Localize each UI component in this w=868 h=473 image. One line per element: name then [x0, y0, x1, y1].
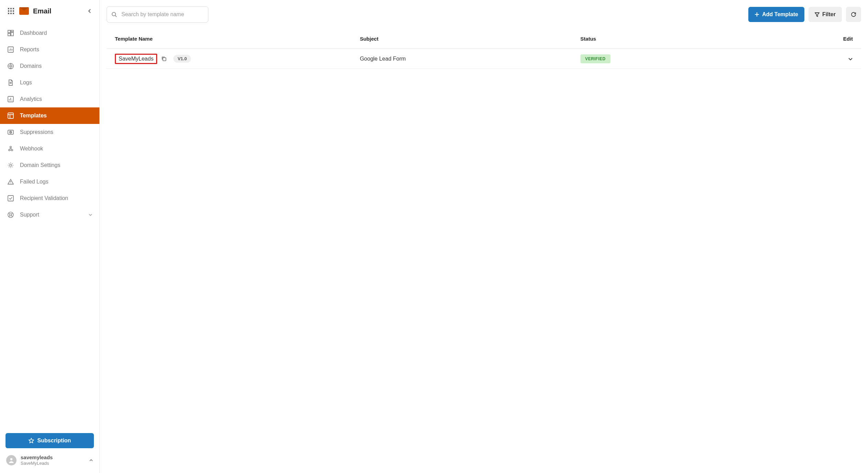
svg-rect-9 [8, 30, 10, 33]
col-template-name: Template Name [115, 36, 360, 42]
sidebar-item-logs[interactable]: Logs [0, 74, 99, 91]
reports-icon [7, 46, 14, 53]
filter-icon [815, 12, 820, 17]
dashboard-icon [7, 29, 14, 37]
suppressions-icon [7, 128, 14, 136]
sidebar-item-label: Analytics [20, 96, 42, 102]
account-name: savemyleads [21, 454, 53, 461]
toolbar: Add Template Filter [107, 6, 861, 23]
main-content: Add Template Filter Template Name Subjec… [100, 0, 868, 473]
add-template-label: Add Template [762, 11, 798, 18]
svg-rect-11 [11, 32, 13, 36]
avatar-icon [6, 455, 17, 465]
svg-rect-10 [11, 30, 13, 32]
subscription-label: Subscription [37, 438, 71, 444]
refresh-button[interactable] [846, 7, 861, 22]
table-header: Template Name Subject Status Edit [107, 29, 861, 49]
sidebar-item-analytics[interactable]: Analytics [0, 91, 99, 107]
sidebar-item-label: Webhook [20, 146, 43, 152]
sidebar-footer: Subscription savemyleads SaveMyLeads [0, 428, 99, 473]
svg-rect-0 [8, 8, 9, 9]
svg-rect-5 [13, 10, 14, 12]
svg-rect-7 [10, 13, 12, 14]
email-brand-icon [19, 7, 29, 15]
brand-label: Email [33, 7, 51, 15]
templates-table: Template Name Subject Status Edit SaveMy… [107, 29, 861, 69]
sidebar-item-suppressions[interactable]: Suppressions [0, 124, 99, 140]
support-icon [7, 211, 14, 219]
template-subject: Google Lead Form [360, 56, 580, 62]
template-version: V1.0 [173, 55, 191, 63]
svg-rect-12 [8, 33, 10, 36]
webhook-icon [7, 145, 14, 153]
settings-icon [7, 161, 14, 169]
svg-rect-8 [13, 13, 14, 14]
sidebar-item-webhook[interactable]: Webhook [0, 140, 99, 157]
filter-button[interactable]: Filter [809, 7, 842, 22]
logs-icon [7, 79, 14, 86]
svg-rect-4 [10, 10, 12, 12]
expand-row-icon[interactable] [848, 56, 853, 61]
table-row[interactable]: SaveMyLeads V1.0 Google Lead Form VERIFI… [107, 49, 861, 69]
domains-icon [7, 62, 14, 70]
svg-rect-28 [163, 58, 166, 61]
templates-icon [7, 112, 14, 119]
sidebar-nav: Dashboard Reports Domains Logs Analytics… [0, 22, 99, 428]
template-name: SaveMyLeads [115, 54, 157, 64]
sidebar-item-label: Reports [20, 46, 39, 53]
add-template-button[interactable]: Add Template [748, 7, 804, 22]
col-subject: Subject [360, 36, 580, 42]
svg-rect-2 [13, 8, 14, 9]
sidebar-item-label: Templates [20, 113, 47, 119]
sidebar-item-label: Recipient Validation [20, 195, 68, 201]
apps-grid-icon[interactable] [6, 6, 17, 17]
sidebar-item-reports[interactable]: Reports [0, 41, 99, 58]
svg-point-24 [8, 212, 13, 218]
col-edit: Edit [825, 36, 853, 42]
sidebar-item-dashboard[interactable]: Dashboard [0, 25, 99, 41]
sidebar-item-label: Failed Logs [20, 179, 48, 185]
sidebar-item-label: Support [20, 212, 39, 218]
sidebar-item-domains[interactable]: Domains [0, 58, 99, 74]
account-text: savemyleads SaveMyLeads [21, 454, 53, 466]
refresh-icon [851, 12, 856, 17]
filter-label: Filter [822, 11, 836, 18]
sidebar-item-label: Domains [20, 63, 42, 69]
svg-point-19 [9, 149, 10, 151]
collapse-sidebar-icon[interactable] [86, 7, 94, 15]
svg-point-20 [11, 149, 13, 151]
sidebar-header: Email [0, 0, 99, 22]
sidebar-item-recipient-validation[interactable]: Recipient Validation [0, 190, 99, 207]
chevron-down-icon [88, 213, 93, 217]
sidebar-item-label: Logs [20, 80, 32, 86]
svg-point-25 [10, 214, 12, 216]
svg-rect-16 [8, 113, 13, 118]
account-menu[interactable]: savemyleads SaveMyLeads [6, 453, 94, 467]
search-input[interactable] [107, 6, 208, 23]
status-badge: VERIFIED [581, 54, 610, 63]
analytics-icon [7, 95, 14, 103]
col-status: Status [581, 36, 825, 42]
sidebar-item-domain-settings[interactable]: Domain Settings [0, 157, 99, 174]
subscription-button[interactable]: Subscription [6, 433, 94, 448]
sidebar-item-templates[interactable]: Templates [0, 107, 99, 124]
chevron-up-icon [89, 458, 93, 462]
plus-icon [755, 12, 759, 17]
svg-point-26 [10, 458, 12, 460]
sidebar-item-label: Suppressions [20, 129, 53, 135]
sidebar-item-support[interactable]: Support [0, 207, 99, 223]
sidebar-item-label: Domain Settings [20, 162, 60, 168]
svg-point-22 [10, 164, 12, 166]
svg-point-27 [112, 12, 116, 16]
template-name-cell: SaveMyLeads V1.0 [115, 54, 360, 64]
copy-icon[interactable] [161, 56, 166, 61]
svg-point-21 [10, 146, 11, 148]
failed-logs-icon [7, 178, 14, 186]
svg-rect-23 [8, 196, 13, 201]
template-status-cell: VERIFIED [581, 54, 825, 63]
svg-rect-6 [8, 13, 9, 14]
sidebar-item-failed-logs[interactable]: Failed Logs [0, 174, 99, 190]
sidebar-item-label: Dashboard [20, 30, 47, 36]
recipient-validation-icon [7, 195, 14, 202]
account-org: SaveMyLeads [21, 461, 53, 466]
